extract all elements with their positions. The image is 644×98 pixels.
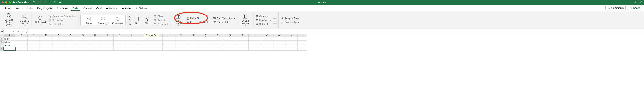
cell[interactable]	[114, 37, 126, 41]
row-header[interactable]: 2	[0, 41, 4, 44]
column-header[interactable]: A	[4, 34, 16, 37]
group-button[interactable]: Group	[255, 15, 272, 18]
flash-fill-button[interactable]: Flash Fill	[186, 17, 211, 20]
tab-page-layout[interactable]: Page Layout	[35, 5, 54, 11]
cell[interactable]	[212, 44, 224, 47]
cell[interactable]	[236, 47, 248, 50]
column-header[interactable]: D	[40, 34, 52, 37]
sort-asc-icon[interactable]: A↓Z	[129, 15, 132, 20]
cell[interactable]	[138, 37, 150, 41]
column-header[interactable]: C	[28, 34, 40, 37]
cell[interactable]	[28, 47, 40, 50]
cell[interactable]	[77, 44, 89, 47]
subtotal-button[interactable]: Subtotal	[255, 22, 272, 26]
cell[interactable]	[138, 47, 150, 50]
cell[interactable]	[89, 37, 101, 41]
cell[interactable]	[126, 47, 138, 50]
column-header[interactable]: V	[261, 34, 273, 37]
cell[interactable]: weare	[4, 44, 16, 47]
cell[interactable]	[28, 44, 40, 47]
cell[interactable]	[16, 44, 28, 47]
column-header[interactable]: F	[64, 34, 77, 37]
account-icon[interactable]	[639, 0, 642, 4]
cell[interactable]	[40, 41, 52, 44]
cell[interactable]	[138, 44, 150, 47]
get-data-button[interactable]: Get Data (Power Query)	[3, 12, 15, 28]
refresh-all-button[interactable]: Refresh All	[34, 15, 47, 26]
data-types-gallery[interactable]: Stocks Currencies Geography	[80, 15, 126, 26]
more-icon[interactable]: •••	[59, 1, 63, 4]
cell[interactable]	[114, 47, 126, 50]
cell[interactable]	[163, 37, 175, 41]
cell[interactable]	[248, 47, 261, 50]
cell[interactable]	[261, 37, 273, 41]
column-header[interactable]: H	[89, 34, 101, 37]
tab-automate[interactable]: Automate	[104, 5, 120, 11]
reapply-filter-button[interactable]: Reapply	[153, 19, 168, 22]
clear-filter-button[interactable]: Clear	[153, 15, 168, 18]
cell[interactable]	[273, 37, 286, 41]
column-header[interactable]: R	[212, 34, 224, 37]
cell[interactable]	[16, 41, 28, 44]
edit-links-button[interactable]: Edit Links	[48, 22, 77, 26]
autosave-toggle[interactable]: AutoSave OFF	[13, 1, 30, 4]
cell[interactable]	[175, 44, 187, 47]
cell[interactable]: adbw	[4, 41, 16, 44]
cell[interactable]	[64, 37, 77, 41]
column-header[interactable]: K	[126, 34, 138, 37]
cell[interactable]	[224, 37, 236, 41]
cell[interactable]	[77, 41, 89, 44]
file-icon[interactable]	[43, 0, 46, 4]
cell[interactable]	[298, 47, 307, 50]
cell[interactable]	[77, 37, 89, 41]
queries-connections-button[interactable]: Queries & Connections	[48, 15, 77, 18]
cell[interactable]	[261, 47, 273, 50]
cell[interactable]	[52, 41, 64, 44]
autosave-switch[interactable]: OFF	[24, 1, 30, 4]
cell[interactable]	[286, 37, 298, 41]
cell[interactable]	[273, 44, 286, 47]
cancel-formula-icon[interactable]: ✕	[16, 30, 21, 33]
cell[interactable]	[52, 44, 64, 47]
cell[interactable]	[16, 47, 28, 50]
cell[interactable]	[150, 47, 163, 50]
cell[interactable]	[150, 37, 163, 41]
sort-desc-icon[interactable]: Z↓A	[129, 21, 132, 25]
cell[interactable]	[114, 41, 126, 44]
consolidate-button[interactable]: Consolidate	[212, 21, 236, 24]
cell[interactable]	[261, 41, 273, 44]
column-header[interactable]: N	[163, 34, 175, 37]
redo-icon[interactable]	[54, 0, 56, 4]
cell[interactable]	[28, 41, 40, 44]
save-icon[interactable]	[38, 0, 41, 4]
cell[interactable]	[187, 44, 200, 47]
cell[interactable]	[273, 47, 286, 50]
cell[interactable]	[101, 44, 114, 47]
cell[interactable]	[248, 37, 261, 41]
column-header[interactable]: T	[236, 34, 248, 37]
column-header[interactable]: E	[52, 34, 64, 37]
geography-datatype[interactable]: Geography	[111, 16, 124, 25]
row-header[interactable]: 4	[0, 47, 4, 50]
tab-formulas[interactable]: Formulas	[55, 5, 70, 11]
fx-icon[interactable]: fx	[25, 30, 30, 33]
analysis-tools-button[interactable]: Analysis Tools	[280, 17, 300, 20]
tab-acrobat[interactable]: Acrobat	[120, 5, 133, 11]
cell[interactable]	[126, 37, 138, 41]
cell[interactable]	[236, 37, 248, 41]
cell[interactable]	[175, 37, 187, 41]
home-icon[interactable]	[32, 0, 36, 4]
cell[interactable]	[175, 47, 187, 50]
sort-button[interactable]: Sort	[133, 16, 142, 25]
column-header[interactable]: Y	[298, 34, 307, 37]
stocks-datatype[interactable]: Stocks	[82, 16, 96, 25]
undo-icon[interactable]	[48, 0, 51, 4]
cell[interactable]	[286, 41, 298, 44]
cell[interactable]	[101, 47, 114, 50]
cell[interactable]	[224, 41, 236, 44]
cell[interactable]	[261, 44, 273, 47]
spreadsheet-grid[interactable]: ABCDEFGHIJKLMNOPQRSTUVWXY1asdf2adbw3wear…	[0, 34, 644, 50]
column-header[interactable]: W	[273, 34, 286, 37]
maximize-window-button[interactable]	[8, 1, 11, 3]
cell[interactable]	[64, 47, 77, 50]
